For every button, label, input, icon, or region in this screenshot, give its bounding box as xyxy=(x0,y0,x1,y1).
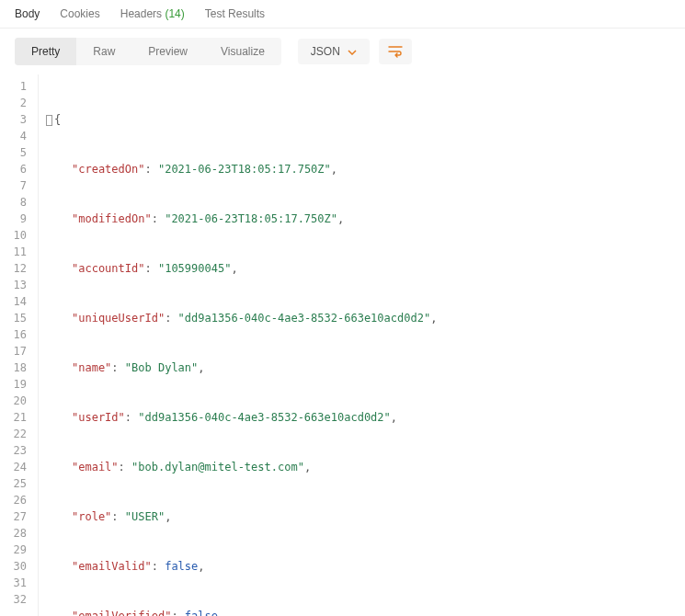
view-raw[interactable]: Raw xyxy=(76,38,131,65)
line-5: "uniqueUserId": "dd9a1356-040c-4ae3-8532… xyxy=(46,310,649,326)
line-gutter: 1234567891011121314151617181920212223242… xyxy=(0,74,39,616)
line-8: "email": "bob.dylan@mitel-test.com", xyxy=(46,459,649,475)
line-9: "role": "USER", xyxy=(46,508,649,525)
response-tabs: Body Cookies Headers (14) Test Results xyxy=(0,0,685,29)
wrap-icon xyxy=(388,45,403,58)
language-dropdown[interactable]: JSON xyxy=(298,39,370,64)
view-mode-group: Pretty Raw Preview Visualize xyxy=(15,38,281,65)
line-10: "emailValid": false, xyxy=(46,558,649,575)
chevron-down-icon xyxy=(348,45,357,58)
tab-test-results[interactable]: Test Results xyxy=(205,7,265,20)
response-body[interactable]: 1234567891011121314151617181920212223242… xyxy=(0,74,685,616)
line-3: "modifiedOn": "2021-06-23T18:05:17.750Z"… xyxy=(46,211,649,227)
line-11: "emailVerified": false, xyxy=(46,608,649,616)
tab-headers[interactable]: Headers (14) xyxy=(120,7,185,20)
language-label: JSON xyxy=(311,45,340,58)
view-preview[interactable]: Preview xyxy=(131,38,204,65)
tab-cookies[interactable]: Cookies xyxy=(60,7,99,20)
code-content: { "createdOn": "2021-06-23T18:05:17.750Z… xyxy=(39,74,656,616)
cursor-icon xyxy=(46,115,52,126)
line-6: "name": "Bob Dylan", xyxy=(46,359,649,376)
wrap-lines-button[interactable] xyxy=(379,39,412,64)
line-4: "accountId": "105990045", xyxy=(46,260,649,277)
line-2: "createdOn": "2021-06-23T18:05:17.750Z", xyxy=(46,161,649,177)
headers-count: (14) xyxy=(165,7,184,20)
view-pretty[interactable]: Pretty xyxy=(15,38,76,65)
tab-body[interactable]: Body xyxy=(15,7,40,20)
body-toolbar: Pretty Raw Preview Visualize JSON xyxy=(0,29,685,74)
line-7: "userId": "dd9a1356-040c-4ae3-8532-663e1… xyxy=(46,409,649,426)
line-1: { xyxy=(46,111,649,128)
view-visualize[interactable]: Visualize xyxy=(204,38,281,65)
